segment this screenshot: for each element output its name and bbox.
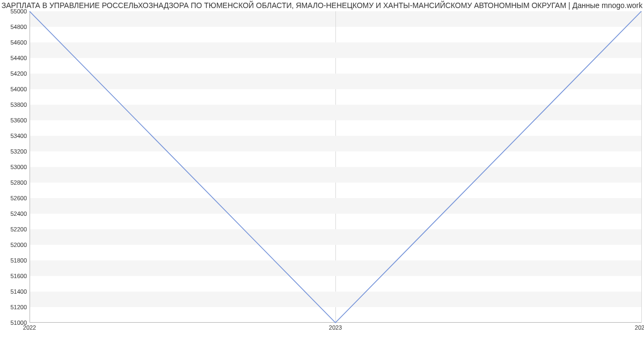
chart-title: ЗАРПЛАТА В УПРАВЛЕНИЕ РОССЕЛЬХОЗНАДЗОРА … bbox=[0, 0, 644, 11]
y-tick-label: 52800 bbox=[0, 179, 27, 186]
y-tick-label: 51400 bbox=[0, 288, 27, 295]
data-line bbox=[30, 11, 641, 323]
y-tick-label: 53400 bbox=[0, 133, 27, 139]
y-tick-label: 52400 bbox=[0, 210, 27, 217]
y-tick-label: 53200 bbox=[0, 148, 27, 155]
x-tick-label: 2024 bbox=[635, 324, 644, 331]
y-tick-label: 54400 bbox=[0, 55, 27, 61]
y-tick-label: 54200 bbox=[0, 70, 27, 77]
y-tick-label: 51800 bbox=[0, 257, 27, 264]
y-tick-label: 52600 bbox=[0, 195, 27, 201]
x-tick-label: 2023 bbox=[329, 324, 342, 331]
y-tick-label: 51600 bbox=[0, 273, 27, 279]
plot-area bbox=[30, 11, 641, 323]
y-tick-label: 55000 bbox=[0, 8, 27, 14]
y-tick-label: 54800 bbox=[0, 24, 27, 30]
y-tick-label: 54000 bbox=[0, 86, 27, 92]
y-tick-label: 52000 bbox=[0, 242, 27, 248]
x-tick-label: 2022 bbox=[23, 324, 36, 331]
y-tick-label: 51200 bbox=[0, 304, 27, 310]
chart-area: 5100051200514005160051800520005220052400… bbox=[0, 10, 644, 343]
y-tick-label: 52200 bbox=[0, 226, 27, 232]
y-tick-label: 53600 bbox=[0, 117, 27, 123]
y-tick-label: 54600 bbox=[0, 39, 27, 46]
vgrid-line bbox=[641, 11, 642, 323]
y-tick-label: 53800 bbox=[0, 101, 27, 108]
y-tick-label: 53000 bbox=[0, 164, 27, 170]
